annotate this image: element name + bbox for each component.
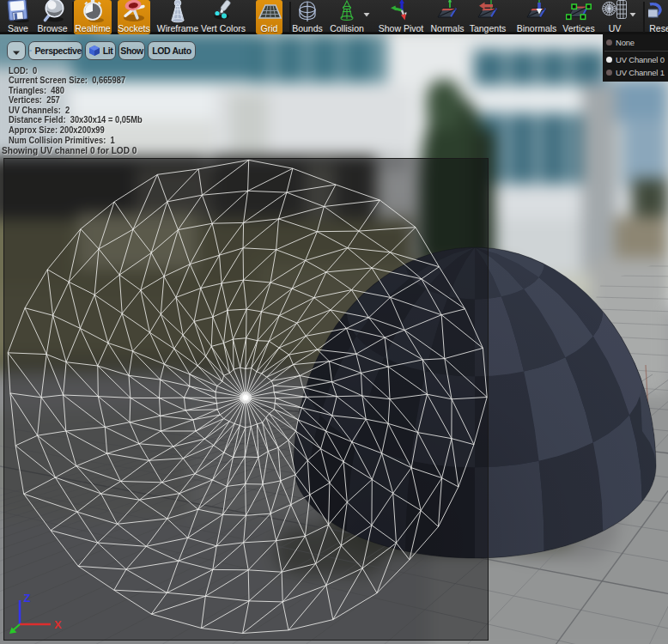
svg-text:X: X — [54, 618, 62, 631]
svg-text:Z: Z — [24, 592, 31, 605]
